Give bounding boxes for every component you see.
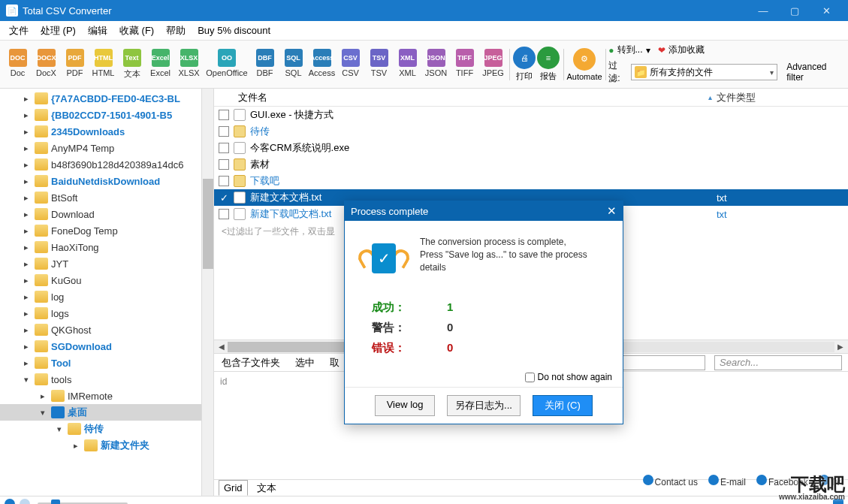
tab-grid[interactable]: Grid: [219, 480, 248, 496]
tree-item[interactable]: ▸新建文件夹: [0, 437, 213, 454]
close-button[interactable]: ✕: [810, 0, 842, 21]
expand-icon[interactable]: ▸: [21, 193, 32, 203]
expand-icon[interactable]: ▸: [21, 226, 32, 236]
tree-item[interactable]: ▸b48f3690b128d420389a14dc6: [0, 156, 213, 173]
format-excel[interactable]: ExcelExcel: [147, 49, 174, 80]
tree-item[interactable]: ▾tools: [0, 371, 213, 388]
expand-icon[interactable]: ▸: [21, 160, 32, 170]
file-checkbox[interactable]: [219, 110, 229, 120]
expand-icon[interactable]: ▸: [21, 110, 32, 120]
tab-text[interactable]: 文本: [252, 480, 281, 496]
forward-icon[interactable]: [20, 499, 30, 505]
collapse-icon[interactable]: ▾: [38, 408, 48, 418]
file-checkbox[interactable]: [219, 143, 229, 153]
maximize-button[interactable]: ▢: [779, 0, 810, 21]
tree-item[interactable]: ▾待传: [0, 421, 213, 437]
expand-icon[interactable]: ▸: [21, 358, 32, 368]
back-icon[interactable]: [5, 499, 15, 505]
goto-button[interactable]: ●转到... ▾: [608, 44, 650, 56]
report-button[interactable]: ≡ 报告: [536, 47, 560, 82]
tree-item[interactable]: ▸BtSoft: [0, 189, 213, 206]
expand-icon[interactable]: ▸: [38, 391, 48, 401]
facebook-link[interactable]: Facebook: [756, 475, 808, 487]
tree-item[interactable]: ▸FoneDog Temp: [0, 222, 213, 239]
include-subfolders[interactable]: 包含子文件夹: [217, 355, 285, 371]
expand-icon[interactable]: ▸: [21, 210, 32, 219]
expand-icon[interactable]: ▸: [21, 243, 32, 252]
file-checkbox[interactable]: ✓: [219, 192, 229, 203]
format-html[interactable]: HTMLHTML: [90, 49, 116, 80]
menu-favorites[interactable]: 收藏 (F): [115, 23, 158, 39]
format-jpeg[interactable]: JPEGJPEG: [480, 49, 506, 80]
menu-buy[interactable]: Buy 5% discount: [193, 23, 275, 38]
format-sql[interactable]: SQLSQL: [280, 49, 306, 80]
tree-item[interactable]: ▸KuGou: [0, 272, 213, 288]
format-doc[interactable]: DOCDoc: [5, 49, 31, 80]
format-docx[interactable]: DOCXDocX: [33, 49, 59, 80]
tree-item[interactable]: ▸log: [0, 288, 213, 305]
tree-item[interactable]: ▸SGDownload: [0, 338, 213, 355]
tree-item[interactable]: ▸BaiduNetdiskDownload: [0, 173, 213, 189]
format-tsv[interactable]: TSVTSV: [366, 49, 392, 80]
expand-icon[interactable]: ▸: [21, 309, 32, 318]
collapse-icon[interactable]: ▾: [54, 424, 65, 434]
format-pdf[interactable]: PDFPDF: [62, 49, 88, 80]
tree-item[interactable]: ▸{7A7ACBDD-FED0-4EC3-BL: [0, 90, 213, 107]
format-access[interactable]: AccessAccess: [309, 49, 335, 80]
file-row[interactable]: 素材: [214, 156, 848, 173]
expand-icon[interactable]: ▸: [21, 177, 32, 186]
menu-process[interactable]: 处理 (P): [36, 23, 80, 39]
contact-link[interactable]: Contact us: [643, 475, 698, 487]
expand-icon[interactable]: ▸: [71, 441, 81, 451]
refresh-icon[interactable]: [833, 499, 843, 505]
do-not-show-again-checkbox[interactable]: [525, 373, 535, 382]
tree-item[interactable]: ▸logs: [0, 305, 213, 321]
print-button[interactable]: 🖨 打印: [513, 47, 537, 82]
file-row[interactable]: 下载吧: [214, 173, 848, 189]
file-row[interactable]: 今客CRM系统说明.exe: [214, 140, 848, 156]
format-json[interactable]: JSONJSON: [423, 49, 449, 80]
expand-icon[interactable]: ▸: [21, 127, 32, 137]
format-文本[interactable]: Text文本: [119, 49, 145, 80]
expand-icon[interactable]: ▸: [21, 259, 32, 269]
tree-item[interactable]: ▸Tool: [0, 355, 213, 371]
format-xml[interactable]: XMLXML: [394, 49, 421, 80]
tree-item[interactable]: ▸HaoXiTong: [0, 239, 213, 255]
file-checkbox[interactable]: [219, 126, 229, 137]
tree-scrollbar[interactable]: [201, 89, 213, 496]
select-tab[interactable]: 选中: [291, 355, 319, 371]
tree-item[interactable]: ▸JYT: [0, 255, 213, 272]
save-log-button[interactable]: 另存日志为...: [447, 395, 521, 416]
add-favorite-button[interactable]: ❤添加收藏: [658, 44, 705, 56]
folder-tree[interactable]: ▸{7A7ACBDD-FED0-4EC3-BL▸{BB02CCD7-1501-4…: [0, 89, 214, 496]
menu-help[interactable]: 帮助: [161, 23, 190, 39]
close-dialog-button[interactable]: 关闭 (C): [533, 395, 593, 416]
expand-icon[interactable]: ▸: [21, 143, 32, 153]
file-row[interactable]: GUI.exe - 快捷方式: [214, 107, 848, 123]
collapse-icon[interactable]: ▾: [21, 375, 32, 385]
tree-item[interactable]: ▸AnyMP4 Temp: [0, 140, 213, 156]
advanced-filter-button[interactable]: Advanced filter: [782, 60, 843, 84]
format-dbf[interactable]: DBFDBF: [252, 49, 278, 80]
expand-icon[interactable]: ▸: [21, 276, 32, 285]
minimize-button[interactable]: —: [747, 0, 779, 21]
view-log-button[interactable]: View log: [375, 395, 435, 416]
expand-icon[interactable]: ▸: [21, 94, 32, 104]
format-xlsx[interactable]: XLSXXLSX: [176, 49, 202, 80]
select-all[interactable]: 取: [325, 355, 344, 371]
col-filename[interactable]: 文件名: [238, 91, 708, 104]
expand-icon[interactable]: ▸: [21, 325, 32, 335]
file-checkbox[interactable]: [219, 209, 229, 219]
format-openoffice[interactable]: OOOpenOffice: [204, 49, 249, 80]
col-filetype[interactable]: 文件类型: [717, 91, 848, 104]
tree-item[interactable]: ▾桌面: [0, 404, 213, 421]
format-csv[interactable]: CSVCSV: [337, 49, 364, 80]
expand-icon[interactable]: ▸: [21, 342, 32, 352]
expand-icon[interactable]: ▸: [21, 292, 32, 302]
menu-edit[interactable]: 编辑: [83, 23, 112, 39]
automate-button[interactable]: ⚙ Automate: [566, 48, 602, 81]
twitter-link[interactable]: Tv: [819, 475, 840, 487]
dialog-close-icon[interactable]: ✕: [607, 204, 617, 218]
menu-file[interactable]: 文件: [5, 23, 33, 39]
tree-item[interactable]: ▸{BB02CCD7-1501-4901-B5: [0, 107, 213, 123]
